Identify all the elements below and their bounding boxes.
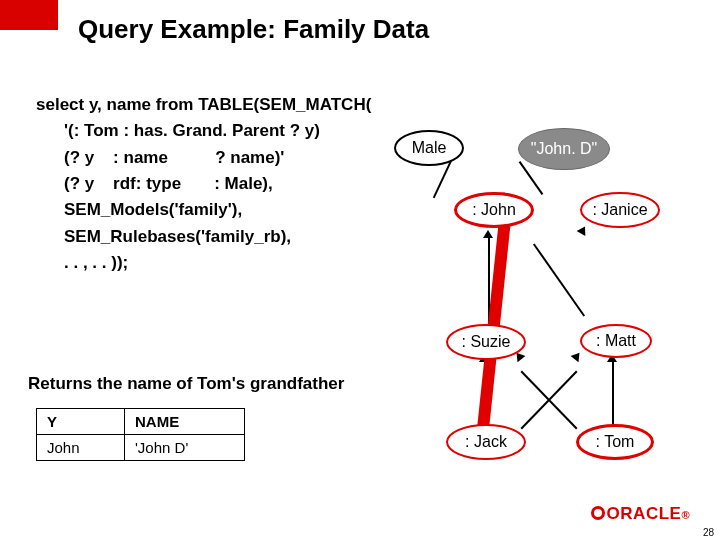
sql-query-block: select y, name from TABLE(SEM_MATCH( '(:… <box>36 92 371 276</box>
header-red-block <box>0 0 58 30</box>
result-caption: Returns the name of Tom's grandfather <box>28 374 344 394</box>
edge-suzie-janice <box>533 243 585 316</box>
page-number: 28 <box>703 527 714 538</box>
node-matt: : Matt <box>580 324 652 358</box>
table-header-name: NAME <box>125 409 245 435</box>
oracle-o-icon <box>591 506 605 520</box>
query-line: SEM_Rulebases('family_rb), <box>64 224 371 250</box>
node-tom: : Tom <box>576 424 654 460</box>
oracle-text: ORACLE <box>607 504 682 523</box>
node-jack: : Jack <box>446 424 526 460</box>
slide-title: Query Example: Family Data <box>78 14 429 45</box>
arrowhead-icon <box>483 230 493 238</box>
query-line: (? y rdf: type : Male), <box>64 171 371 197</box>
edge-tom-matt <box>612 360 614 426</box>
query-line: . . , . . )); <box>64 250 371 276</box>
edge-tom-grandparent-john <box>476 209 512 435</box>
arrowhead-icon <box>577 224 590 236</box>
table-cell-y: John <box>37 435 125 461</box>
oracle-logo: ORACLE® <box>591 504 690 524</box>
result-table: Y NAME John 'John D' <box>36 408 245 461</box>
table-header-y: Y <box>37 409 125 435</box>
node-suzie: : Suzie <box>446 324 526 360</box>
query-line: SEM_Models('family'), <box>64 197 371 223</box>
node-john: : John <box>454 192 534 228</box>
node-janice: : Janice <box>580 192 660 228</box>
query-line: (? y : name ? name)' <box>64 145 371 171</box>
query-line: '(: Tom : has. Grand. Parent ? y) <box>64 118 371 144</box>
query-line: select y, name from TABLE(SEM_MATCH( <box>36 92 371 118</box>
node-male: Male <box>394 130 464 166</box>
table-cell-name: 'John D' <box>125 435 245 461</box>
arrowhead-icon <box>571 350 584 362</box>
node-johnd: "John. D" <box>518 128 610 170</box>
family-graph: Male "John. D" : John : Janice : Suzie :… <box>380 130 710 470</box>
